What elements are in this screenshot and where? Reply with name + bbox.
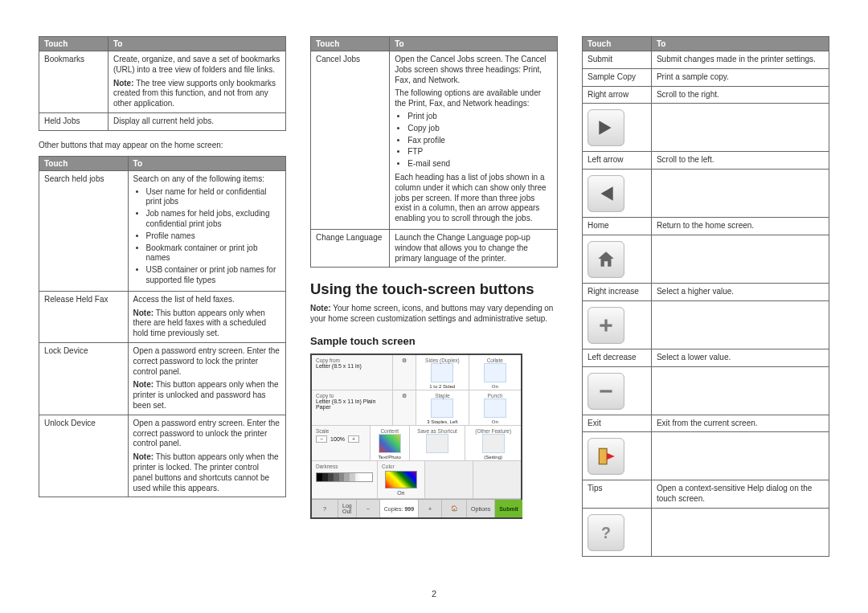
th-touch: Touch	[39, 37, 108, 51]
cell-touch: Bookmarks	[39, 51, 108, 113]
sample-touch-screen: Copy from Letter (8.5 x 11 in) ⚙ Sides (…	[310, 353, 522, 519]
cell-touch: Held Jobs	[39, 112, 108, 130]
th-to: To	[390, 37, 558, 51]
cell-to: Launch the Change Language pop-up window…	[390, 229, 558, 267]
th-to: To	[128, 156, 285, 170]
cell-touch: Search held jobs	[39, 170, 129, 291]
cell-to: Display all current held jobs.	[108, 112, 285, 130]
th-touch: Touch	[39, 156, 129, 170]
between-text: Other buttons that may appear on the hom…	[39, 141, 286, 149]
minus-icon	[588, 373, 624, 410]
cell-touch: Unlock Device	[39, 415, 129, 497]
bullets: Print job Copy job Fax profile FTP E-mai…	[395, 112, 552, 170]
exit-icon	[588, 438, 624, 475]
th-to: To	[108, 37, 285, 51]
svg-rect-0	[600, 390, 612, 392]
question-icon: ?	[588, 514, 624, 551]
cell-touch: Change Language	[311, 229, 390, 267]
cell-to: Access the list of held faxes. Note: Thi…	[128, 291, 285, 342]
column-2: Touch To Cancel Jobs Open the Cancel Job…	[310, 36, 558, 566]
column-1: Touch To Bookmarks Create, organize, and…	[39, 36, 286, 566]
plus-icon	[588, 307, 624, 344]
page: Touch To Bookmarks Create, organize, and…	[0, 0, 868, 566]
cell-to: Open the Cancel Jobs screen. The Cancel …	[390, 51, 558, 230]
page-number: 2	[0, 589, 868, 599]
home-icon	[588, 241, 624, 278]
cell-touch: Release Held Fax	[39, 291, 129, 342]
cell-touch: Cancel Jobs	[311, 51, 390, 230]
table-col1-bottom: Touch To Search held jobs Search on any …	[39, 156, 286, 498]
cell-to: Open a password entry screen. Enter the …	[128, 342, 285, 415]
subheading-sample: Sample touch screen	[310, 335, 558, 347]
cell-to: Search on any of the following items: Us…	[128, 170, 285, 291]
cell-to: Open a password entry screen. Enter the …	[128, 415, 285, 497]
th-touch: Touch	[583, 37, 652, 51]
section-note: Note: Your home screen, icons, and butto…	[310, 303, 558, 324]
right-arrow-icon	[588, 109, 624, 146]
cell-touch: Lock Device	[39, 342, 129, 415]
table-col1-top: Touch To Bookmarks Create, organize, and…	[39, 36, 286, 131]
left-arrow-icon	[588, 175, 624, 212]
th-touch: Touch	[311, 37, 390, 51]
column-3: Touch To SubmitSubmit changes made in th…	[582, 36, 829, 566]
svg-text:?: ?	[601, 523, 611, 541]
th-to: To	[651, 37, 829, 51]
table-col2: Touch To Cancel Jobs Open the Cancel Job…	[310, 36, 558, 268]
table-col3: Touch To SubmitSubmit changes made in th…	[582, 36, 829, 557]
cell-to: Create, organize, and save a set of book…	[108, 51, 285, 113]
section-heading: Using the touch-screen buttons	[310, 280, 558, 298]
bullets: User name for held or confidential print…	[133, 187, 280, 286]
svg-rect-1	[599, 449, 607, 465]
